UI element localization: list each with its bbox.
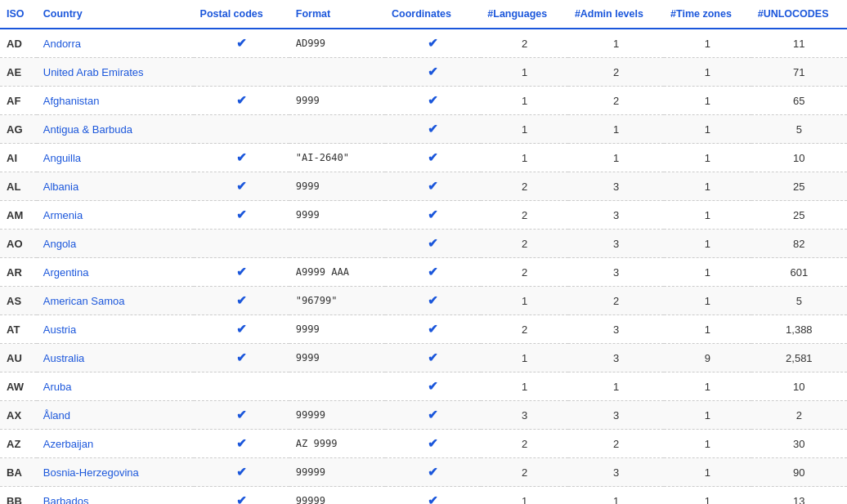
cell-languages: 2 — [481, 172, 568, 201]
cell-postal — [194, 230, 289, 258]
cell-coords: ✔ — [385, 87, 481, 115]
cell-coords: ✔ — [385, 487, 481, 505]
cell-iso: AE — [0, 58, 37, 87]
cell-country[interactable]: Angola — [37, 230, 194, 258]
cell-country[interactable]: Anguilla — [37, 144, 194, 172]
cell-admin: 3 — [568, 458, 664, 487]
cell-postal — [194, 372, 289, 401]
cell-languages: 1 — [481, 87, 568, 115]
cell-country[interactable]: Andorra — [37, 29, 194, 58]
cell-coords: ✔ — [385, 258, 481, 287]
cell-format: "96799" — [289, 287, 385, 315]
cell-coords: ✔ — [385, 430, 481, 458]
cell-timezones: 1 — [664, 487, 751, 505]
cell-unlocodes: 5 — [751, 287, 847, 315]
cell-unlocodes: 601 — [751, 258, 847, 287]
cell-iso: BA — [0, 458, 37, 487]
col-header-iso: ISO — [0, 0, 37, 29]
cell-admin: 2 — [568, 87, 664, 115]
cell-postal: ✔ — [194, 172, 289, 201]
cell-unlocodes: 1,388 — [751, 315, 847, 344]
cell-postal: ✔ — [194, 430, 289, 458]
cell-unlocodes: 10 — [751, 372, 847, 401]
cell-timezones: 1 — [664, 201, 751, 230]
cell-coords: ✔ — [385, 287, 481, 315]
cell-format: AD999 — [289, 29, 385, 58]
cell-iso: AW — [0, 372, 37, 401]
table-row: ATAustria✔9999✔2311,388 — [0, 315, 847, 344]
cell-languages: 1 — [481, 58, 568, 87]
cell-country[interactable]: Armenia — [37, 201, 194, 230]
cell-admin: 3 — [568, 344, 664, 372]
cell-format — [289, 372, 385, 401]
table-row: AIAnguilla✔"AI-2640"✔11110 — [0, 144, 847, 172]
table-row: AUAustralia✔9999✔1392,581 — [0, 344, 847, 372]
col-header-country: Country — [37, 0, 194, 29]
cell-admin: 2 — [568, 287, 664, 315]
cell-languages: 2 — [481, 201, 568, 230]
cell-iso: AO — [0, 230, 37, 258]
cell-country[interactable]: Austria — [37, 315, 194, 344]
table-row: ALAlbania✔9999✔23125 — [0, 172, 847, 201]
cell-country[interactable]: United Arab Emirates — [37, 58, 194, 87]
cell-timezones: 1 — [664, 87, 751, 115]
cell-iso: AX — [0, 401, 37, 430]
cell-postal: ✔ — [194, 458, 289, 487]
cell-admin: 1 — [568, 372, 664, 401]
table-row: AEUnited Arab Emirates✔12171 — [0, 58, 847, 87]
cell-admin: 1 — [568, 115, 664, 144]
cell-admin: 3 — [568, 258, 664, 287]
cell-unlocodes: 25 — [751, 172, 847, 201]
cell-format: "AI-2640" — [289, 144, 385, 172]
cell-unlocodes: 30 — [751, 430, 847, 458]
cell-coords: ✔ — [385, 201, 481, 230]
cell-country[interactable]: Afghanistan — [37, 87, 194, 115]
table-row: AWAruba✔11110 — [0, 372, 847, 401]
cell-coords: ✔ — [385, 458, 481, 487]
cell-country[interactable]: American Samoa — [37, 287, 194, 315]
cell-format: 99999 — [289, 487, 385, 505]
col-header-languages: #Languages — [481, 0, 568, 29]
cell-languages: 1 — [481, 344, 568, 372]
cell-timezones: 1 — [664, 29, 751, 58]
cell-iso: BB — [0, 487, 37, 505]
cell-iso: AI — [0, 144, 37, 172]
cell-timezones: 1 — [664, 315, 751, 344]
cell-timezones: 1 — [664, 258, 751, 287]
cell-country[interactable]: Barbados — [37, 487, 194, 505]
cell-postal — [194, 58, 289, 87]
cell-languages: 2 — [481, 258, 568, 287]
cell-iso: AD — [0, 29, 37, 58]
col-header-timezones: #Time zones — [664, 0, 751, 29]
cell-timezones: 1 — [664, 287, 751, 315]
cell-coords: ✔ — [385, 344, 481, 372]
table-row: AZAzerbaijan✔AZ 9999✔22130 — [0, 430, 847, 458]
col-header-postal: Postal codes — [194, 0, 289, 29]
cell-unlocodes: 10 — [751, 144, 847, 172]
cell-country[interactable]: Azerbaijan — [37, 430, 194, 458]
cell-country[interactable]: Antigua & Barbuda — [37, 115, 194, 144]
cell-country[interactable]: Albania — [37, 172, 194, 201]
cell-country[interactable]: Bosnia-Herzegovina — [37, 458, 194, 487]
cell-format: AZ 9999 — [289, 430, 385, 458]
cell-country[interactable]: Argentina — [37, 258, 194, 287]
table-row: ADAndorra✔AD999✔21111 — [0, 29, 847, 58]
cell-timezones: 1 — [664, 401, 751, 430]
table-row: AXÅland✔99999✔3312 — [0, 401, 847, 430]
cell-iso: AR — [0, 258, 37, 287]
cell-coords: ✔ — [385, 172, 481, 201]
cell-admin: 3 — [568, 201, 664, 230]
cell-languages: 1 — [481, 487, 568, 505]
cell-iso: AT — [0, 315, 37, 344]
cell-timezones: 1 — [664, 144, 751, 172]
cell-coords: ✔ — [385, 144, 481, 172]
cell-coords: ✔ — [385, 115, 481, 144]
cell-format: 99999 — [289, 401, 385, 430]
cell-country[interactable]: Åland — [37, 401, 194, 430]
cell-admin: 2 — [568, 58, 664, 87]
cell-country[interactable]: Aruba — [37, 372, 194, 401]
cell-country[interactable]: Australia — [37, 344, 194, 372]
cell-format — [289, 115, 385, 144]
cell-admin: 2 — [568, 430, 664, 458]
cell-admin: 1 — [568, 144, 664, 172]
